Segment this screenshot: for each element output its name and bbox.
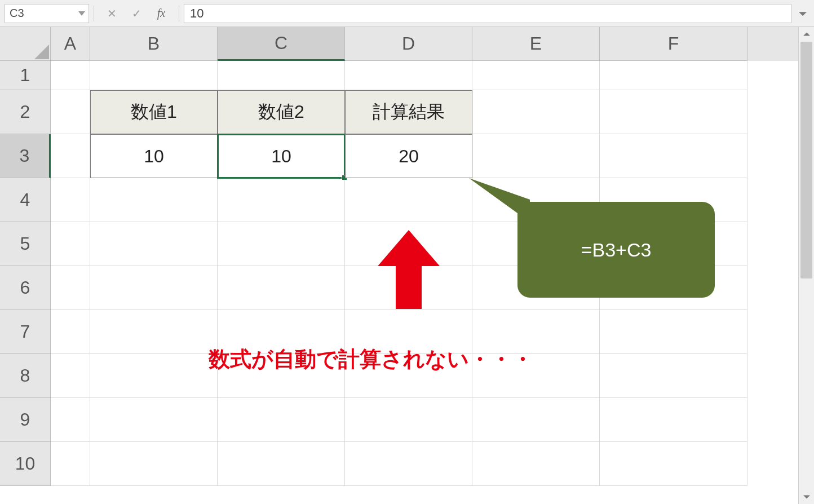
expand-formula-bar-button[interactable] <box>796 4 809 23</box>
name-box-value: C3 <box>10 7 24 20</box>
cell-A1[interactable] <box>51 61 90 90</box>
cell-C5[interactable] <box>218 222 345 266</box>
cell-B8[interactable] <box>90 354 218 398</box>
row-header-6[interactable]: 6 <box>0 266 51 310</box>
divider <box>179 6 179 21</box>
cell-E2[interactable] <box>472 90 600 134</box>
cell-F3[interactable] <box>600 134 747 178</box>
cancel-icon[interactable]: ✕ <box>104 6 119 21</box>
table-header-C2[interactable]: 数値2 <box>218 90 345 134</box>
name-box-dropdown-icon[interactable] <box>78 11 85 16</box>
row-header-5[interactable]: 5 <box>0 222 51 266</box>
cell-C6[interactable] <box>218 266 345 310</box>
row-header-3[interactable]: 3 <box>0 134 51 178</box>
cell-B10[interactable] <box>90 442 218 486</box>
cell-B1[interactable] <box>90 61 218 90</box>
scrollbar-thumb[interactable] <box>800 42 812 278</box>
formula-input[interactable]: 10 <box>184 4 791 23</box>
up-arrow-icon <box>378 230 440 311</box>
cell-C10[interactable] <box>218 442 345 486</box>
insert-function-button[interactable]: fx <box>154 6 169 21</box>
row-header-10[interactable]: 10 <box>0 442 51 486</box>
column-header-C[interactable]: C <box>218 27 345 61</box>
row-header-1[interactable]: 1 <box>0 61 51 90</box>
cell-C1[interactable] <box>218 61 345 90</box>
cell-E10[interactable] <box>472 442 600 486</box>
divider <box>94 6 94 21</box>
row-headers: 12345678910 <box>0 61 51 504</box>
formula-buttons: ✕ ✓ fx <box>99 6 174 21</box>
cell-B5[interactable] <box>90 222 218 266</box>
formula-bar: C3 ✕ ✓ fx 10 <box>0 0 814 27</box>
column-header-A[interactable]: A <box>51 27 90 61</box>
callout-tail-icon <box>463 175 531 226</box>
cell-D1[interactable] <box>345 61 472 90</box>
cell-E3[interactable] <box>472 134 600 178</box>
table-header-B2[interactable]: 数値1 <box>90 90 218 134</box>
scroll-down-arrow-icon[interactable] <box>799 489 814 504</box>
cell-B4[interactable] <box>90 178 218 222</box>
cell-F9[interactable] <box>600 398 747 442</box>
table-header-D2[interactable]: 計算結果 <box>345 90 472 134</box>
row-header-9[interactable]: 9 <box>0 398 51 442</box>
column-headers: ABCDEF <box>0 27 814 61</box>
vertical-scrollbar[interactable] <box>798 27 814 504</box>
cell-E9[interactable] <box>472 398 600 442</box>
cell-A4[interactable] <box>51 178 90 222</box>
row-header-8[interactable]: 8 <box>0 354 51 398</box>
cell-D4[interactable] <box>345 178 472 222</box>
row-header-7[interactable]: 7 <box>0 310 51 354</box>
cell-A8[interactable] <box>51 354 90 398</box>
cell-D3[interactable]: 20 <box>345 134 472 178</box>
cell-F2[interactable] <box>600 90 747 134</box>
cell-B6[interactable] <box>90 266 218 310</box>
cell-D9[interactable] <box>345 398 472 442</box>
column-header-E[interactable]: E <box>472 27 600 61</box>
callout-text: =B3+C3 <box>581 239 652 261</box>
column-header-B[interactable]: B <box>90 27 218 61</box>
cell-A7[interactable] <box>51 310 90 354</box>
cell-D10[interactable] <box>345 442 472 486</box>
cell-F1[interactable] <box>600 61 747 90</box>
cell-A6[interactable] <box>51 266 90 310</box>
cell-E1[interactable] <box>472 61 600 90</box>
row-header-4[interactable]: 4 <box>0 178 51 222</box>
cell-B9[interactable] <box>90 398 218 442</box>
cell-A9[interactable] <box>51 398 90 442</box>
cell-A2[interactable] <box>51 90 90 134</box>
cell-B7[interactable] <box>90 310 218 354</box>
cell-A5[interactable] <box>51 222 90 266</box>
name-box[interactable]: C3 <box>5 4 89 23</box>
cell-F8[interactable] <box>600 354 747 398</box>
select-all-corner[interactable] <box>0 27 51 61</box>
column-header-F[interactable]: F <box>600 27 747 61</box>
cell-C9[interactable] <box>218 398 345 442</box>
formula-callout: =B3+C3 <box>517 202 715 298</box>
cell-F7[interactable] <box>600 310 747 354</box>
scroll-up-arrow-icon[interactable] <box>799 27 814 42</box>
annotation-text: 数式が自動で計算されない・・・ <box>209 345 533 374</box>
cell-C4[interactable] <box>218 178 345 222</box>
cell-F10[interactable] <box>600 442 747 486</box>
column-header-D[interactable]: D <box>345 27 472 61</box>
cell-A10[interactable] <box>51 442 90 486</box>
cell-A3[interactable] <box>51 134 90 178</box>
row-header-2[interactable]: 2 <box>0 90 51 134</box>
cell-C3[interactable]: 10 <box>218 134 345 178</box>
cell-B3[interactable]: 10 <box>90 134 218 178</box>
formula-input-value: 10 <box>190 6 203 21</box>
scrollbar-track[interactable] <box>800 42 812 489</box>
enter-icon[interactable]: ✓ <box>129 6 144 21</box>
